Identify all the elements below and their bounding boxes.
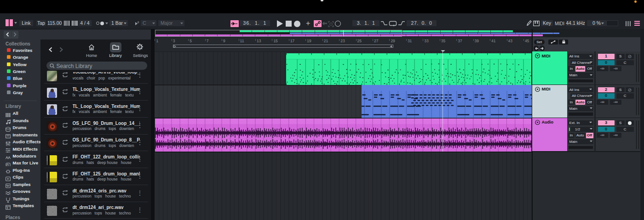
- svg-text:#: #: [138, 21, 139, 24]
